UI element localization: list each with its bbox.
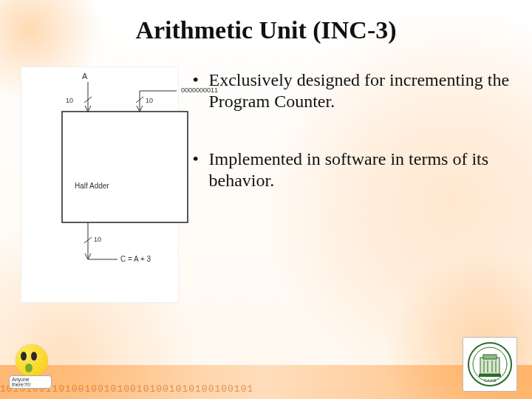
footer-binary-text: 101010011010010010100101001010100100101 bbox=[0, 383, 532, 395]
diagram-block-label: Half Adder bbox=[75, 182, 109, 190]
footer-band: 101010011010010010100101001010100100101 bbox=[0, 365, 532, 399]
seal-icon: CAAS bbox=[467, 341, 513, 387]
page-title: Arithmetic Unit (INC-3) bbox=[0, 16, 532, 44]
diagram-bus-10-out: 10 bbox=[94, 236, 101, 243]
bullet-item: Exclusively designed for incrementing th… bbox=[192, 69, 511, 113]
logo-caption: CAAS bbox=[484, 378, 496, 383]
diagram-input-a-label: A bbox=[82, 72, 87, 81]
mascot-icon: Anyone there?!!! bbox=[12, 344, 52, 389]
svg-rect-17 bbox=[479, 374, 501, 377]
diagram-output-label: C = A + 3 bbox=[120, 255, 151, 263]
content-row: A 0000000011 10 10 Half Adder 10 C = A +… bbox=[21, 66, 511, 355]
bullet-item: Implemented in software in terms of its … bbox=[192, 149, 511, 192]
svg-rect-3 bbox=[62, 112, 188, 222]
mascot-speech-bubble: Anyone there?!!! bbox=[9, 375, 52, 389]
diagram-bus-10-b: 10 bbox=[146, 97, 153, 104]
university-logo: CAAS bbox=[463, 337, 517, 392]
block-diagram: A 0000000011 10 10 Half Adder 10 C = A +… bbox=[21, 66, 179, 303]
svg-rect-12 bbox=[483, 355, 497, 359]
diagram-bus-10-a: 10 bbox=[66, 97, 73, 104]
svg-rect-11 bbox=[480, 358, 499, 374]
